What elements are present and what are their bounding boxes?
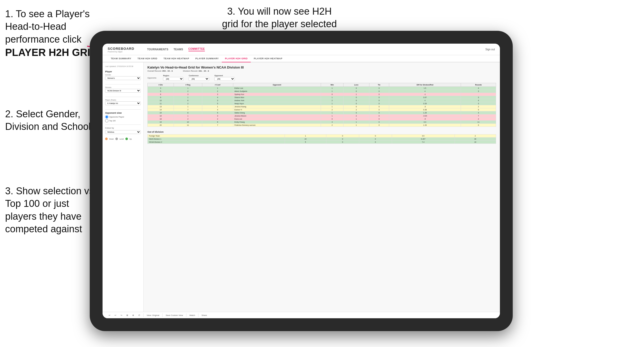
cell-name: Emily Chang: [233, 121, 321, 124]
table-row: 9 1 4 Sharon Mun 1 0 0 3.67 3: [148, 96, 496, 99]
undo2-button[interactable]: ↩: [114, 314, 117, 317]
instruction-1-text: 1. To see a Player's Head-to-Head perfor…: [5, 8, 100, 46]
cell-div: 9: [148, 96, 174, 99]
h2h-title: Katelyn Vo Head-to-Head Grid for Women's…: [147, 65, 496, 69]
cell-reg: 2: [174, 118, 202, 121]
out-div-tie: 0: [359, 141, 392, 144]
cell-reg: 1: [174, 105, 202, 108]
radio-top100[interactable]: Top 100: [105, 119, 141, 122]
sign-out[interactable]: Sign out: [485, 48, 495, 51]
cell-rounds: 3: [461, 102, 496, 105]
watch-button[interactable]: Watch: [188, 314, 196, 317]
region-filter-select[interactable]: (All): [163, 77, 184, 81]
cell-tie: 0: [369, 118, 389, 121]
cell-rounds: 4: [461, 87, 496, 90]
logo-sub: Powered by clippd: [108, 51, 134, 53]
out-div-name: NAIA Division 1: [148, 138, 285, 141]
division-select[interactable]: NCAA Division III: [105, 89, 141, 93]
instruction-3-left: 3. Show selection vs Top 100 or just pla…: [5, 185, 100, 236]
cell-conf: 2: [202, 118, 233, 121]
player-rank-select[interactable]: 8. Katelyn Vo: [105, 101, 141, 105]
cell-rounds: 3: [461, 96, 496, 99]
cell-rounds: 4: [461, 111, 496, 114]
out-div-rounds: 10: [455, 141, 496, 144]
nav-committee[interactable]: COMMITTEE: [188, 47, 205, 51]
copy-button[interactable]: ⊞: [125, 314, 129, 317]
subnav-team-h2h-heatmap[interactable]: TEAM H2H HEATMAP: [160, 55, 192, 62]
cell-reg: 11: [174, 124, 202, 127]
colour-legend: Down Level Up: [105, 138, 141, 140]
cell-loss: 0: [343, 99, 369, 102]
th-tie: Tie: [369, 83, 389, 87]
cell-name: Federica Domecq Lacroze: [233, 124, 321, 127]
table-row: 18 2 2 Euna Lee 0 1 0 -5 2: [148, 118, 496, 121]
subnav-player-h2h-heatmap[interactable]: PLAYER H2H HEATMAP: [251, 55, 286, 62]
save-custom-view-button[interactable]: Save Custom View: [165, 314, 184, 317]
radio-opponents-played[interactable]: Opponents Played: [105, 115, 141, 119]
radio-opponents-played-input[interactable]: [105, 115, 108, 119]
list-item: Foreign Team 1 0 0 4.5 2: [148, 134, 496, 138]
undo-button[interactable]: ↩: [108, 314, 112, 317]
subnav-player-h2h-grid[interactable]: PLAYER H2H GRID: [222, 55, 251, 62]
cell-win: 1: [321, 105, 344, 108]
cell-win: 0: [321, 118, 344, 121]
view-original-button[interactable]: View: Original: [146, 314, 160, 317]
cell-diff: 4: [389, 90, 461, 93]
main-content: Last Updated: 27/03/2024 16:55:38 Player…: [103, 62, 500, 312]
cell-reg: 8: [174, 111, 202, 114]
cell-tie: 0: [369, 121, 389, 124]
subnav-team-h2h-grid[interactable]: TEAM H2H GRID: [134, 55, 160, 62]
bottom-toolbar: ↩ ↩ ↪ ⊞ ⊕ ⏱ View: Original Save Custom V…: [103, 312, 500, 318]
list-item: NAIA Division 1 15 0 0 9.267 30: [148, 138, 496, 141]
conference-filter-select[interactable]: (All): [189, 77, 209, 81]
opponent-filter-select[interactable]: (All): [214, 77, 235, 81]
cell-diff: -5: [389, 118, 461, 121]
cell-win: 1: [321, 90, 344, 93]
cell-tie: 0: [369, 93, 389, 96]
time-button[interactable]: ⏱: [137, 314, 141, 317]
cell-reg: 1: [174, 114, 202, 118]
cell-reg: 10: [174, 121, 202, 124]
redo-button[interactable]: ↪: [119, 314, 123, 317]
colour-by-select[interactable]: Win/loss: [105, 130, 141, 134]
cell-loss: 2: [343, 114, 369, 118]
table-row: 20 11 7 Federica Domecq Lacroze 2 1 0 1.…: [148, 124, 496, 127]
table-row: 13 1 1 Jessica Huang 1 0 0 -3 2: [148, 105, 496, 108]
cell-rounds: 6: [461, 124, 496, 127]
cell-win: 0: [321, 93, 344, 96]
right-content: Katelyn Vo Head-to-Head Grid for Women's…: [144, 62, 500, 312]
cell-reg: 2: [174, 102, 202, 105]
subnav-player-summary[interactable]: PLAYER SUMMARY: [192, 55, 222, 62]
cell-name: Jessica Huang: [233, 105, 321, 108]
gender-select[interactable]: Women's: [105, 76, 141, 80]
cell-name: Sharon Mun: [233, 96, 321, 99]
nav-teams[interactable]: TEAMS: [174, 48, 183, 51]
radio-top100-input[interactable]: [105, 119, 108, 122]
cell-tie: 0: [369, 105, 389, 108]
cell-name: Esther Lee: [233, 87, 321, 90]
opponent-filter-label: Opponent: [214, 75, 235, 76]
subnav-team-summary[interactable]: TEAM SUMMARY: [108, 55, 134, 62]
out-div-win: 5: [285, 141, 326, 144]
paste-button[interactable]: ⊕: [131, 314, 135, 317]
out-div-diff: 9.267: [392, 138, 455, 141]
timestamp: Last Updated: 27/03/2024 16:55:38: [105, 65, 141, 67]
cell-name: Jessica Mason: [233, 114, 321, 118]
colour-legend-down: Down: [109, 138, 114, 140]
out-div-tie: 0: [359, 138, 392, 141]
share-button[interactable]: Share: [200, 314, 208, 317]
cell-reg: 7: [174, 108, 202, 111]
cell-conf: 3: [202, 93, 233, 96]
cell-div: 20: [148, 124, 174, 127]
table-row: 3 1 1 Esther Lee 1 0 0 1.5 4: [148, 87, 496, 90]
cell-div: 15: [148, 111, 174, 114]
logo-area: SCOREBOARD Powered by clippd: [108, 46, 134, 53]
th-div: # Div: [148, 83, 174, 87]
colour-legend-level: Level: [119, 138, 124, 140]
nav-tournaments[interactable]: TOURNAMENTS: [147, 48, 168, 51]
filter-region: Region (All): [163, 75, 184, 81]
colour-dot-level: [115, 138, 118, 140]
cell-div: 10: [148, 99, 174, 102]
conference-filter-label: Conference: [189, 75, 209, 76]
out-div-loss: 0: [326, 134, 359, 138]
